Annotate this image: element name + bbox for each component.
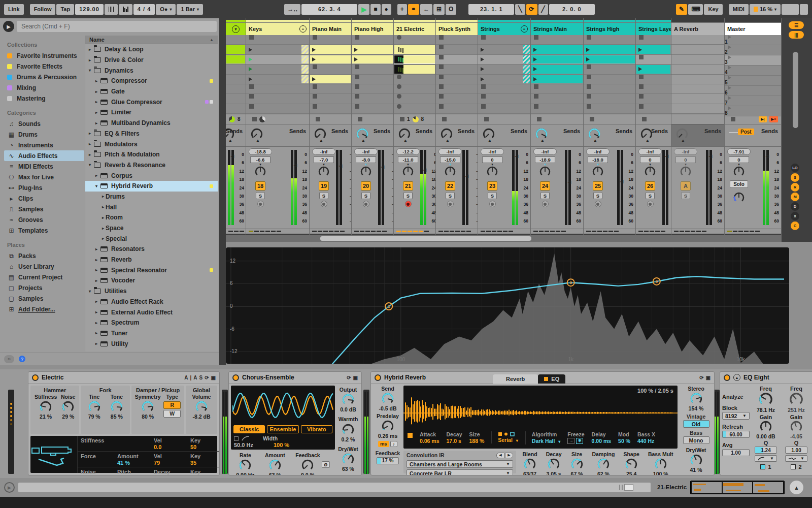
clip-slot[interactable] xyxy=(436,84,478,94)
clip-slot[interactable]: 4 xyxy=(725,66,781,76)
clip-stop-row[interactable]: 18 xyxy=(394,114,435,124)
clip-play-icon[interactable] xyxy=(312,77,316,81)
quantization-menu[interactable]: O●▾ xyxy=(156,4,176,15)
sidebar-item-audio-effects[interactable]: ∿Audio Effects xyxy=(4,150,84,161)
solo-button[interactable]: S xyxy=(361,192,370,199)
algorithm-select[interactable]: Dark Hall ▾ xyxy=(532,438,560,444)
sidebar-item-sounds[interactable]: ♫Sounds xyxy=(4,118,84,129)
track-header[interactable]: ▾ xyxy=(226,22,246,35)
clip-slot[interactable]: 8 xyxy=(725,106,781,116)
Tone-knob[interactable] xyxy=(110,400,123,414)
sidebar-item-user-library[interactable]: ⌂User Library xyxy=(4,261,84,272)
help-icon[interactable]: ? xyxy=(19,356,25,362)
clip-slot[interactable]: 1 xyxy=(725,35,781,45)
clip-slot[interactable] xyxy=(436,45,478,54)
track-activator[interactable]: 20 xyxy=(361,181,371,190)
show-hide-device-chain-icon[interactable]: ▲ xyxy=(790,481,803,494)
clip[interactable] xyxy=(531,45,583,53)
list-item[interactable]: ▸Gate xyxy=(85,86,218,97)
pan-knob[interactable]: ▾ xyxy=(360,166,372,179)
clip-stop-row[interactable] xyxy=(436,114,478,124)
Dry/Wet-knob[interactable] xyxy=(690,454,703,467)
track-header[interactable]: Piano High xyxy=(352,22,393,35)
pan-knob[interactable]: ▾ xyxy=(680,166,692,179)
file-list-header[interactable]: Name▲ xyxy=(85,36,218,44)
device-on-toggle[interactable] xyxy=(375,374,381,381)
ir-category-select[interactable]: Chambers and Large Rooms▼ xyxy=(407,460,513,468)
solo-button[interactable]: S xyxy=(446,192,455,199)
save-preset-slot[interactable]: S xyxy=(199,375,202,380)
chevron-right-icon[interactable]: ▸ xyxy=(94,268,99,272)
clip-slot[interactable] xyxy=(352,35,393,45)
pan-knob[interactable]: ▾ xyxy=(644,166,656,179)
play-button[interactable]: ▶ xyxy=(358,4,369,15)
clip-slot[interactable] xyxy=(246,35,309,45)
clip-slot[interactable] xyxy=(584,75,635,84)
volume-marker-icon[interactable]: ◁ xyxy=(381,165,384,169)
mode-vibrato[interactable]: Vibrato xyxy=(301,425,332,433)
clip[interactable] xyxy=(352,55,393,64)
clip-slot[interactable] xyxy=(584,35,635,45)
solo-button[interactable]: S xyxy=(593,192,602,199)
chevron-right-icon[interactable]: ▸ xyxy=(100,194,106,199)
param-cell[interactable]: Vel0.0 xyxy=(154,437,190,450)
param-value[interactable]: 79 xyxy=(154,460,190,466)
param-knob[interactable] xyxy=(759,420,772,433)
track-header[interactable]: Keys≡ xyxy=(246,22,309,35)
clip-slot[interactable] xyxy=(531,104,583,114)
sidebar-item-drums[interactable]: ▦Drums xyxy=(4,129,84,140)
list-item[interactable]: ▸Room xyxy=(85,212,218,223)
clip-slot[interactable] xyxy=(226,94,246,104)
peak-level-display[interactable]: -Inf xyxy=(586,148,610,155)
clip[interactable] xyxy=(636,45,670,53)
feedback-value[interactable]: 17 % xyxy=(377,457,399,464)
param-value[interactable]: 41 % xyxy=(117,460,154,466)
clip-slot[interactable] xyxy=(246,45,309,54)
mixer-toggle-x[interactable]: X xyxy=(791,212,799,220)
clip-slot[interactable] xyxy=(352,94,393,104)
chevron-right-icon[interactable]: ▸ xyxy=(94,258,99,262)
mixer-toggle-d[interactable]: D xyxy=(791,202,799,211)
peak-level-display[interactable]: -18.8 xyxy=(249,148,272,155)
audio-clip[interactable] xyxy=(394,55,435,64)
clip-slot[interactable] xyxy=(671,104,724,114)
arm-button[interactable] xyxy=(447,201,454,207)
clip-slot[interactable]: 7 xyxy=(725,96,781,106)
pickup-type-r[interactable]: R xyxy=(163,401,181,409)
pan-knob[interactable]: ▾ xyxy=(486,166,498,179)
clip-slot[interactable] xyxy=(636,84,671,94)
clip-slot[interactable] xyxy=(478,84,530,94)
stop-all-clips-button[interactable]: ▶≡ xyxy=(769,116,778,122)
solo-button[interactable]: S xyxy=(403,192,413,199)
sidebar-item-templates[interactable]: ⊞Templates xyxy=(4,225,84,236)
sidebar-item-samples[interactable]: ▢Samples xyxy=(4,293,84,304)
pan-knob[interactable]: ▾ xyxy=(318,166,330,179)
ir-on-toggle[interactable] xyxy=(408,433,413,438)
chevron-right-icon[interactable]: ▸ xyxy=(94,121,99,125)
Output-knob[interactable] xyxy=(342,393,355,406)
Shape-knob[interactable] xyxy=(625,458,638,471)
clip-slot[interactable] xyxy=(246,84,309,94)
list-item[interactable]: ▸Glue Compressor xyxy=(85,97,218,107)
clip-slot[interactable] xyxy=(246,75,309,84)
ir-decay-value[interactable]: 17.0 s xyxy=(447,438,461,444)
pan-knob[interactable]: ▾ xyxy=(733,166,745,179)
clip-slot[interactable] xyxy=(436,75,478,84)
clip[interactable] xyxy=(636,65,670,73)
clip-slot[interactable] xyxy=(636,35,671,45)
Tine-knob[interactable] xyxy=(88,400,101,414)
clip-slot[interactable] xyxy=(531,94,583,104)
predelay-sync-toggle[interactable]: ♪ xyxy=(390,441,398,447)
peak-level-display[interactable]: -12.2 xyxy=(396,148,420,155)
scene-play-icon[interactable] xyxy=(728,106,731,110)
vertical-scrollbar[interactable] xyxy=(793,52,798,128)
list-item[interactable]: ▸Pitch & Modulation xyxy=(85,149,218,160)
clip-play-icon[interactable] xyxy=(533,77,537,81)
clip-slot[interactable] xyxy=(531,45,583,54)
list-item[interactable]: ▸EQ & Filters xyxy=(85,129,218,139)
param-knob[interactable] xyxy=(758,392,773,407)
clip-play-icon[interactable] xyxy=(638,48,642,52)
chevron-right-icon[interactable]: ▸ xyxy=(94,247,99,251)
Blend-knob[interactable] xyxy=(523,458,536,471)
chevron-down-icon[interactable]: ▾ xyxy=(87,289,92,294)
